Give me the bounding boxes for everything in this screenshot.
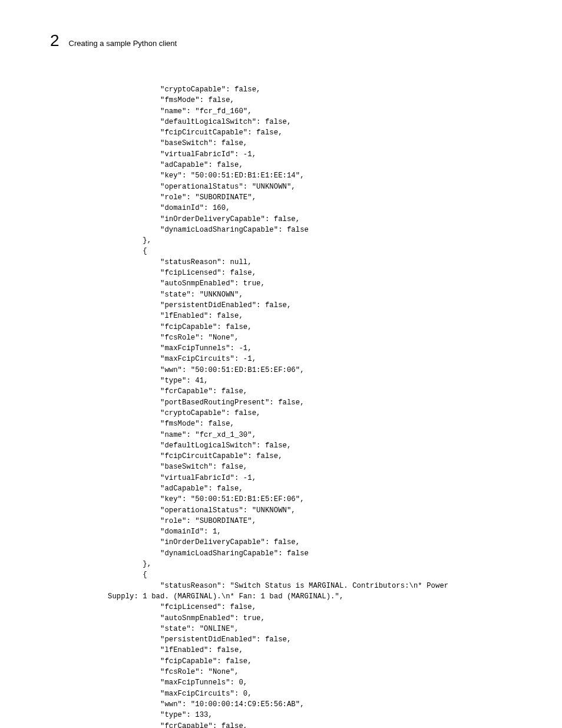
chapter-number: 2 [50, 32, 59, 49]
page-container: 2 Creating a sample Python client "crypt… [0, 0, 562, 728]
page-title: Creating a sample Python client [69, 39, 177, 48]
page-header: 2 Creating a sample Python client [50, 32, 521, 49]
code-listing: "cryptoCapable": false, "fmsMode": false… [108, 84, 521, 728]
